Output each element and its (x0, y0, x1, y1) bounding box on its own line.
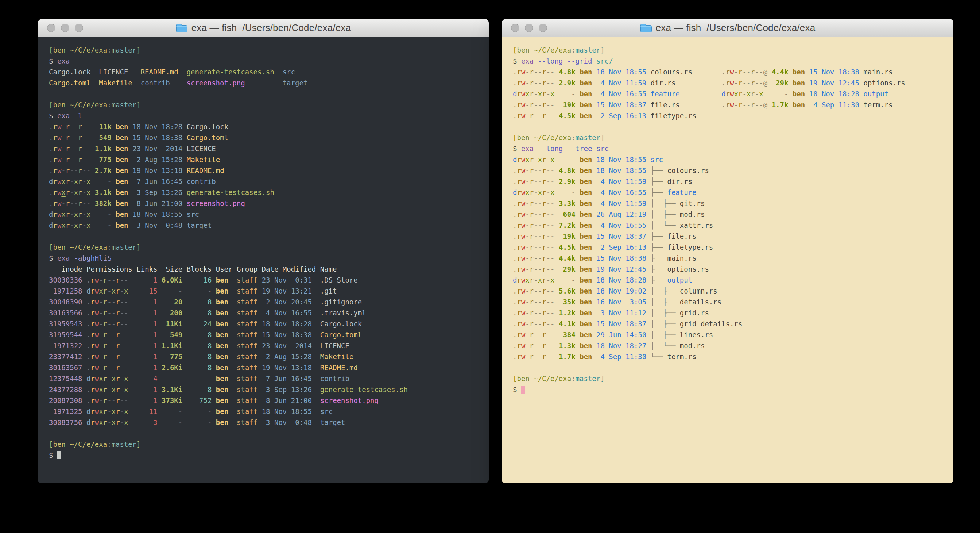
terminal-line: .rw-r--r-- 3.3k ben 4 Nov 11:59 │ ├── gi… (513, 198, 953, 209)
traffic-lights (38, 24, 83, 32)
terminal-line (49, 428, 489, 439)
terminal-line: 23377412 .rw-r--r-- 1 775 8 ben staff 2 … (49, 351, 489, 362)
terminal-line: 1971258 drwxr-xr-x 15 - - ben staff 19 N… (49, 286, 489, 297)
terminal-line: .rw-r--r-- 384 ben 29 Jun 14:50 │ ├── li… (513, 329, 953, 340)
terminal-line: Cargo.lock LICENCE README.md generate-te… (49, 67, 489, 77)
terminal-line: .rw-r--r-- 29k ben 19 Nov 12:45 ├── opti… (513, 263, 953, 274)
terminal-line: 30163567 .rw-r--r-- 1 2.6Ki 8 ben staff … (49, 362, 489, 373)
terminal-line: drwxr-xr-x - ben 4 Nov 16:55 ├── feature (513, 187, 953, 198)
terminal-line: .rw-r--r-- 5.6k ben 18 Nov 19:02 │ ├── c… (513, 286, 953, 297)
traffic-lights (502, 24, 547, 32)
terminal-line: .rw-r--r-- 35k ben 16 Nov 3:05 │ ├── det… (513, 297, 953, 307)
terminal-screen[interactable]: [ben ~/C/e/exa:master]$ exaCargo.lock LI… (38, 37, 489, 484)
terminal-line: .rw-r--r-- 1.1k ben 23 Nov 2014 LICENCE (49, 143, 489, 154)
desktop: { "windows": [ { "id": "left-terminal", … (0, 0, 980, 533)
terminal-line: [ben ~/C/e/exa:master] (513, 45, 953, 56)
terminal-line: [ben ~/C/e/exa:master] (49, 45, 489, 56)
title-bar[interactable]: exa — fish /Users/ben/Code/exa/exa (38, 19, 489, 37)
terminal-line: .rw-r--r-- 382k ben 8 Jun 21:00 screensh… (49, 198, 489, 209)
text-cursor (521, 386, 525, 394)
terminal-line: drwxr-xr-x - ben 18 Nov 18:55 src (513, 154, 953, 165)
window-title: exa — fish /Users/ben/Code/exa/exa (191, 22, 351, 34)
zoom-button[interactable] (539, 24, 547, 32)
terminal-line: .rwxr-xr-x 3.1k ben 3 Sep 13:26 generate… (49, 187, 489, 198)
window-title: exa — fish /Users/ben/Code/exa/exa (656, 22, 816, 34)
terminal-line: 30163566 .rw-r--r-- 1 200 8 ben staff 4 … (49, 307, 489, 318)
title-area: exa — fish /Users/ben/Code/exa/exa (502, 19, 953, 37)
terminal-line: .rw-r--r-- 4.8k ben 18 Nov 18:55 ├── col… (513, 165, 953, 176)
terminal-line: 24377288 .rwxr-xr-x 1 3.1Ki 8 ben staff … (49, 384, 489, 395)
terminal-window-left: exa — fish /Users/ben/Code/exa/exa [ben … (38, 19, 489, 484)
terminal-line: 20087308 .rw-r--r-- 1 373Ki 752 ben staf… (49, 395, 489, 406)
terminal-line: .rw-r--r-- 19k ben 15 Nov 18:37 file.rs … (513, 99, 953, 110)
terminal-line: .rw-r--r-- 2.9k ben 4 Nov 11:59 dir.rs .… (513, 77, 953, 88)
terminal-line: [ben ~/C/e/exa:master] (49, 242, 489, 253)
terminal-line: [ben ~/C/e/exa:master] (49, 439, 489, 450)
terminal-line: .rw-r--r-- 1.2k ben 3 Nov 11:12 │ ├── gr… (513, 307, 953, 318)
terminal-line: .rw-r--r-- 549 ben 15 Nov 18:38 Cargo.to… (49, 132, 489, 143)
terminal-line: 30048390 .rw-r--r-- 1 20 8 ben staff 2 N… (49, 297, 489, 307)
terminal-line: .rw-r--r-- 7.2k ben 4 Nov 16:55 │ └── xa… (513, 220, 953, 231)
terminal-line: .rw-r--r-- 2.7k ben 19 Nov 13:18 README.… (49, 165, 489, 176)
zoom-button[interactable] (75, 24, 83, 32)
terminal-line: $ exa -l (49, 110, 489, 121)
terminal-line: $ (49, 450, 489, 461)
terminal-line: drwxr-xr-x - ben 18 Nov 18:55 src (49, 209, 489, 220)
terminal-line: .rw-r--r-- 604 ben 26 Aug 12:19 │ ├── mo… (513, 209, 953, 220)
terminal-line: Cargo.toml Makefile contrib screenshot.p… (49, 77, 489, 88)
terminal-line: [ben ~/C/e/exa:master] (49, 99, 489, 110)
terminal-line: .rw-r--r-- 4.1k ben 15 Nov 18:37 │ ├── g… (513, 318, 953, 329)
terminal-line: 30083756 drwxr-xr-x 3 - - ben staff 3 No… (49, 417, 489, 428)
terminal-line: [ben ~/C/e/exa:master] (513, 373, 953, 384)
minimize-button[interactable] (61, 24, 69, 32)
close-button[interactable] (47, 24, 56, 32)
terminal-line: 31959544 .rw-r--r-- 1 549 8 ben staff 15… (49, 329, 489, 340)
terminal-line: $ exa (49, 56, 489, 67)
terminal-line: .rw-r--r-- 1.7k ben 4 Sep 11:30 └── term… (513, 351, 953, 362)
terminal-line: drwxr-xr-x - ben 3 Nov 0:48 target (49, 220, 489, 231)
terminal-window-right: exa — fish /Users/ben/Code/exa/exa [ben … (502, 19, 953, 484)
terminal-line: .rw-r--r-- 4.8k ben 18 Nov 18:55 colours… (513, 67, 953, 77)
terminal-line: $ exa -abghHliS (49, 253, 489, 263)
title-area: exa — fish /Users/ben/Code/exa/exa (38, 19, 489, 37)
terminal-line: drwxr-xr-x - ben 7 Jun 16:45 contrib (49, 176, 489, 187)
minimize-button[interactable] (525, 24, 533, 32)
terminal-line (49, 231, 489, 242)
title-bar[interactable]: exa — fish /Users/ben/Code/exa/exa (502, 19, 953, 37)
terminal-line: 12375448 drwxr-xr-x 4 - - ben staff 7 Ju… (49, 373, 489, 384)
text-cursor (57, 451, 61, 459)
terminal-line: .rw-r--r-- 4.5k ben 2 Sep 16:13 filetype… (513, 110, 953, 121)
terminal-line (513, 121, 953, 132)
terminal-line: 30030336 .rw-r--r-- 1 6.0Ki 16 ben staff… (49, 274, 489, 286)
terminal-line: .rw-r--r-- 4.4k ben 15 Nov 18:38 ├── mai… (513, 253, 953, 263)
folder-icon (176, 23, 188, 33)
terminal-line: drwxr-xr-x - ben 18 Nov 18:28 ├── output (513, 274, 953, 286)
terminal-line: 1971325 drwxr-xr-x 11 - - ben staff 18 N… (49, 406, 489, 417)
terminal-line: $ exa --long --grid src/ (513, 56, 953, 67)
terminal-line: $ exa --long --tree src (513, 143, 953, 154)
terminal-line: drwxr-xr-x - ben 4 Nov 16:55 feature drw… (513, 88, 953, 99)
folder-icon (640, 23, 652, 33)
terminal-screen[interactable]: [ben ~/C/e/exa:master]$ exa --long --gri… (502, 37, 953, 484)
terminal-line: inode Permissions Links Size Blocks User… (49, 263, 489, 274)
terminal-line: .rw-r--r-- 19k ben 15 Nov 18:37 ├── file… (513, 231, 953, 242)
terminal-line (49, 88, 489, 99)
terminal-line (513, 362, 953, 373)
terminal-line: .rw-r--r-- 11k ben 18 Nov 18:28 Cargo.lo… (49, 121, 489, 132)
terminal-line: .rw-r--r-- 4.5k ben 2 Sep 16:13 ├── file… (513, 242, 953, 253)
terminal-line: [ben ~/C/e/exa:master] (513, 132, 953, 143)
terminal-line: 1971322 .rw-r--r-- 1 1.1Ki 8 ben staff 2… (49, 340, 489, 351)
terminal-line: 31959543 .rw-r--r-- 1 11Ki 24 ben staff … (49, 318, 489, 329)
terminal-line: $ (513, 384, 953, 395)
terminal-line: .rw-r--r-- 2.9k ben 4 Nov 11:59 ├── dir.… (513, 176, 953, 187)
close-button[interactable] (511, 24, 519, 32)
terminal-line: .rw-r--r-- 775 ben 2 Aug 15:28 Makefile (49, 154, 489, 165)
terminal-line: .rw-r--r-- 1.3k ben 18 Nov 18:27 │ └── m… (513, 340, 953, 351)
